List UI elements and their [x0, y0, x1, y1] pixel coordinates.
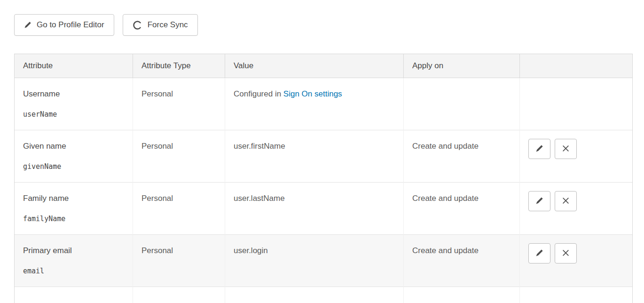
delete-attribute-button[interactable] [555, 191, 577, 211]
attribute-type-cell: Personal [133, 183, 225, 235]
actions-cell [520, 183, 633, 235]
close-icon [562, 197, 569, 206]
close-icon [562, 249, 569, 258]
apply-on-cell: Create and update [404, 130, 520, 183]
attribute-type-cell: Personal [133, 78, 225, 130]
table-row-primary-email: Primary email email Personal user.login … [15, 235, 633, 287]
header-value: Value [225, 54, 404, 78]
toolbar: Go to Profile Editor Force Sync [14, 14, 632, 36]
value-cell: Configured in Sign On settings [225, 78, 404, 130]
force-sync-button[interactable]: Force Sync [123, 14, 198, 36]
edit-attribute-button[interactable] [528, 191, 550, 211]
attribute-label: Username [23, 89, 124, 99]
header-attribute: Attribute [15, 54, 133, 78]
sign-on-settings-link[interactable]: Sign On settings [283, 89, 342, 98]
pencil-icon [535, 249, 543, 258]
attribute-mappings-table: Attribute Attribute Type Value Apply on … [14, 54, 633, 303]
attribute-label: Primary email [23, 246, 124, 255]
table-row-username: Username userName Personal Configured in… [15, 78, 633, 130]
edit-attribute-button[interactable] [528, 243, 550, 263]
table-row-partial [15, 287, 633, 303]
pencil-icon [24, 21, 31, 29]
table-row-family-name: Family name familyName Personal user.las… [15, 183, 633, 235]
attribute-mappings-page: Go to Profile Editor Force Sync Attribut… [0, 0, 644, 303]
table-header-row: Attribute Attribute Type Value Apply on [15, 54, 633, 78]
attribute-type-cell: Personal [133, 235, 225, 287]
delete-attribute-button[interactable] [555, 139, 577, 159]
pencil-icon [535, 144, 543, 154]
value-prefix: Configured in [234, 89, 283, 98]
attribute-variable: familyName [23, 215, 124, 223]
attribute-label: Given name [23, 142, 124, 151]
value-cell: user.login [225, 235, 404, 287]
go-to-profile-editor-button[interactable]: Go to Profile Editor [14, 14, 114, 36]
actions-cell [520, 130, 633, 183]
attribute-variable: userName [23, 110, 124, 119]
apply-on-cell [404, 78, 520, 130]
actions-cell [520, 235, 633, 287]
attribute-variable: email [23, 267, 124, 275]
pencil-icon [535, 197, 543, 206]
force-sync-label: Force Sync [148, 20, 188, 30]
header-attribute-type: Attribute Type [133, 54, 225, 78]
header-apply-on: Apply on [404, 54, 520, 78]
delete-attribute-button[interactable] [555, 243, 577, 263]
attribute-variable: givenName [23, 162, 124, 171]
refresh-icon [133, 20, 142, 30]
value-cell: user.lastName [225, 183, 404, 235]
go-to-profile-editor-label: Go to Profile Editor [37, 20, 104, 30]
edit-attribute-button[interactable] [528, 139, 550, 159]
apply-on-cell: Create and update [404, 183, 520, 235]
attribute-type-cell: Personal [133, 130, 225, 183]
close-icon [562, 145, 569, 153]
actions-cell [520, 78, 633, 130]
value-cell: user.firstName [225, 130, 404, 183]
apply-on-cell: Create and update [404, 235, 520, 287]
header-actions [520, 54, 633, 78]
table-row-given-name: Given name givenName Personal user.first… [15, 130, 633, 183]
attribute-label: Family name [23, 194, 124, 203]
